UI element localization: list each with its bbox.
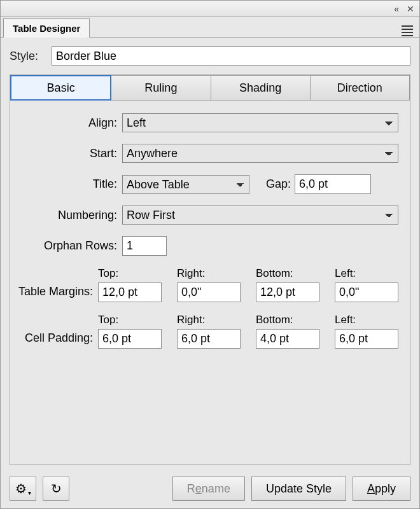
window-titlebar: « ✕	[1, 1, 419, 17]
tm-top-input[interactable]	[98, 282, 162, 302]
gap-input[interactable]	[295, 174, 371, 194]
chevron-down-icon: ▾	[28, 489, 31, 496]
cp-left-label: Left:	[335, 314, 398, 326]
settings-button[interactable]: ⚙▾	[10, 477, 36, 501]
cp-right-label: Right:	[177, 314, 241, 326]
title-label: Title:	[17, 178, 118, 191]
panel-menu-icon[interactable]	[402, 25, 413, 36]
tm-bottom-input[interactable]	[256, 282, 319, 302]
orphan-rows-input[interactable]	[122, 236, 167, 256]
tm-left-label: Left:	[335, 267, 398, 280]
panel-tab-table-designer[interactable]: Table Designer	[3, 18, 90, 38]
cp-left-input[interactable]	[335, 329, 398, 349]
table-margins-label: Table Margins:	[17, 285, 94, 302]
tm-bottom-label: Bottom:	[256, 267, 319, 280]
rename-button[interactable]: Rename	[172, 477, 245, 501]
refresh-icon: ↻	[51, 481, 62, 496]
collapse-icon[interactable]: «	[394, 4, 399, 14]
update-style-button[interactable]: Update Style	[251, 477, 346, 501]
cp-top-label: Top:	[98, 314, 162, 326]
tab-direction[interactable]: Direction	[311, 75, 410, 101]
tm-right-label: Right:	[177, 267, 241, 280]
cp-top-input[interactable]	[98, 329, 162, 349]
tab-ruling[interactable]: Ruling	[111, 75, 211, 101]
apply-button[interactable]: Apply	[353, 477, 410, 501]
gear-icon: ⚙	[15, 481, 27, 496]
cp-right-input[interactable]	[177, 329, 241, 349]
tm-left-input[interactable]	[335, 282, 398, 302]
footer-bar: ⚙▾ ↻ Rename Update Style Apply	[1, 471, 419, 508]
cp-bottom-label: Bottom:	[256, 314, 319, 326]
orphan-rows-label: Orphan Rows:	[17, 239, 118, 253]
panel-content: Style: Border Blue Basic Ruling Shading …	[1, 38, 419, 471]
refresh-button[interactable]: ↻	[43, 477, 69, 501]
tm-right-input[interactable]	[177, 282, 241, 302]
start-select[interactable]: Anywhere	[122, 144, 398, 163]
style-label: Style:	[10, 50, 46, 63]
style-select[interactable]: Border Blue	[52, 46, 410, 66]
cell-padding-label: Cell Padding:	[17, 331, 94, 349]
tab-basic[interactable]: Basic	[10, 75, 111, 101]
cp-bottom-input[interactable]	[256, 329, 319, 349]
gap-label: Gap:	[266, 178, 291, 191]
title-select[interactable]: Above Table	[122, 175, 249, 194]
property-tabs: Basic Ruling Shading Direction	[10, 75, 410, 101]
align-label: Align:	[17, 116, 118, 130]
tm-top-label: Top:	[98, 267, 162, 280]
table-designer-panel: « ✕ Table Designer Style: Border Blue Ba…	[0, 0, 420, 509]
panel-tab-strip: Table Designer	[1, 17, 419, 38]
numbering-label: Numbering:	[17, 209, 118, 222]
numbering-select[interactable]: Row First	[122, 206, 398, 225]
close-icon[interactable]: ✕	[407, 4, 414, 14]
start-label: Start:	[17, 147, 118, 160]
align-select[interactable]: Left	[122, 113, 398, 132]
tab-shading[interactable]: Shading	[211, 75, 311, 101]
properties-box: Basic Ruling Shading Direction Align: Le…	[10, 74, 410, 465]
